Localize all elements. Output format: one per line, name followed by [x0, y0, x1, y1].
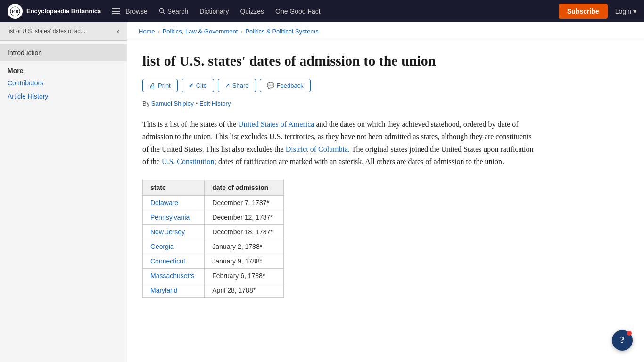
table-cell-date: January 9, 1788*	[205, 254, 284, 268]
sidebar-item-article-history[interactable]: Article History	[0, 90, 127, 103]
article-paragraph: This is a list of the states of the Unit…	[142, 118, 537, 168]
body-text-1: This is a list of the states of the	[142, 120, 238, 128]
table-row: MassachusettsFebruary 6, 1788*	[143, 268, 284, 283]
quizzes-link[interactable]: Quizzes	[240, 8, 264, 15]
navbar: EB Encyclopaedia Britannica Browse Searc…	[0, 0, 644, 22]
table-row: GeorgiaJanuary 2, 1788*	[143, 239, 284, 254]
page-container: list of U.S. states' dates of ad... ‹ In…	[0, 22, 644, 362]
britannica-logo: EB	[8, 4, 23, 19]
svg-point-2	[159, 8, 163, 12]
constitution-link[interactable]: U.S. Constitution	[162, 157, 215, 165]
share-icon: ↗	[225, 82, 230, 89]
table-cell-state[interactable]: Connecticut	[143, 254, 205, 268]
print-button[interactable]: 🖨 Print	[142, 79, 178, 92]
sidebar-item-introduction[interactable]: Introduction	[0, 44, 127, 61]
table-cell-date: February 6, 1788*	[205, 268, 284, 283]
dictionary-link[interactable]: Dictionary	[199, 8, 229, 15]
feedback-icon: 💬	[267, 82, 274, 89]
byline-author[interactable]: Samuel Shipley	[151, 100, 194, 107]
body-text-4: ; dates of ratification are marked with …	[214, 157, 504, 165]
nav-links: Browse Search Dictionary Quizzes One Goo…	[112, 8, 547, 15]
table-row: PennsylvaniaDecember 12, 1787*	[143, 210, 284, 224]
table-cell-state[interactable]: Maryland	[143, 283, 205, 297]
table-cell-state[interactable]: Massachusetts	[143, 268, 205, 283]
table-header-row: state date of admission	[143, 180, 284, 195]
byline-by: By	[142, 100, 149, 107]
sidebar-collapse-button[interactable]: ‹	[117, 27, 119, 35]
help-icon: ?	[620, 336, 625, 346]
article: list of U.S. states' dates of admission …	[127, 41, 552, 309]
login-chevron-icon: ▾	[633, 8, 636, 15]
col-header-state: state	[143, 180, 205, 195]
action-buttons: 🖨 Print ✔ Cite ↗ Share 💬 Feedback	[142, 79, 537, 92]
brand: EB Encyclopaedia Britannica	[8, 4, 101, 19]
byline-dot: •	[196, 100, 199, 107]
print-label: Print	[158, 82, 171, 89]
cite-button[interactable]: ✔ Cite	[182, 79, 214, 92]
subscribe-button[interactable]: Subscribe	[559, 4, 608, 19]
breadcrumb-politics[interactable]: Politics, Law & Government	[163, 28, 238, 35]
col-header-date: date of admission	[205, 180, 284, 195]
one-good-fact-link[interactable]: One Good Fact	[275, 8, 321, 15]
cite-label: Cite	[196, 82, 207, 89]
table-row: MarylandApril 28, 1788*	[143, 283, 284, 297]
feedback-label: Feedback	[277, 82, 304, 89]
breadcrumb-sep-1: ›	[158, 28, 160, 35]
sidebar-nav: Introduction More Contributors Article H…	[0, 41, 127, 107]
login-link[interactable]: Login ▾	[615, 8, 636, 15]
main-content: Home › Politics, Law & Government › Poli…	[127, 22, 644, 362]
breadcrumb-politics-systems[interactable]: Politics & Political Systems	[245, 28, 318, 35]
table-row: ConnecticutJanuary 9, 1788*	[143, 254, 284, 268]
print-icon: 🖨	[149, 82, 156, 89]
feedback-button[interactable]: 💬 Feedback	[260, 79, 311, 92]
brand-name: Encyclopaedia Britannica	[26, 8, 101, 15]
article-title: list of U.S. states' dates of admission …	[142, 52, 537, 69]
sidebar-article-title: list of U.S. states' dates of ad...	[8, 28, 85, 34]
table-row: New JerseyDecember 18, 1787*	[143, 224, 284, 239]
search-nav-item[interactable]: Search	[159, 8, 188, 15]
svg-text:EB: EB	[12, 8, 19, 14]
help-button[interactable]: ?	[612, 330, 633, 351]
sidebar-title-bar: list of U.S. states' dates of ad... ‹	[0, 22, 127, 41]
search-icon	[159, 8, 165, 15]
share-button[interactable]: ↗ Share	[218, 79, 256, 92]
sidebar-more-label: More	[0, 61, 127, 76]
breadcrumb-sep-2: ›	[240, 28, 242, 35]
breadcrumb: Home › Politics, Law & Government › Poli…	[127, 22, 644, 41]
states-table: state date of admission DelawareDecember…	[142, 180, 284, 298]
usa-link[interactable]: United States of America	[238, 120, 314, 128]
table-cell-state[interactable]: Georgia	[143, 239, 205, 254]
table-cell-state[interactable]: Pennsylvania	[143, 210, 205, 224]
table-cell-date: December 18, 1787*	[205, 224, 284, 239]
byline: By Samuel Shipley • Edit History	[142, 100, 537, 107]
table-cell-date: December 12, 1787*	[205, 210, 284, 224]
table-cell-state[interactable]: New Jersey	[143, 224, 205, 239]
nav-right: Subscribe Login ▾	[559, 4, 636, 19]
browse-menu[interactable]: Browse	[112, 8, 148, 15]
share-label: Share	[232, 82, 249, 89]
table-row: DelawareDecember 7, 1787*	[143, 195, 284, 210]
table-cell-date: December 7, 1787*	[205, 195, 284, 210]
dc-link[interactable]: District of Columbia	[286, 145, 348, 153]
article-body: This is a list of the states of the Unit…	[142, 118, 537, 168]
table-cell-date: January 2, 1788*	[205, 239, 284, 254]
sidebar: list of U.S. states' dates of ad... ‹ In…	[0, 22, 127, 362]
search-label: Search	[167, 8, 188, 15]
edit-history-link[interactable]: Edit History	[199, 100, 231, 107]
cite-icon: ✔	[189, 82, 194, 89]
hamburger-icon	[112, 8, 120, 14]
help-notification-dot	[627, 331, 632, 336]
svg-line-3	[163, 12, 165, 14]
table-cell-date: April 28, 1788*	[205, 283, 284, 297]
table-cell-state[interactable]: Delaware	[143, 195, 205, 210]
breadcrumb-home[interactable]: Home	[139, 28, 155, 35]
states-tbody: DelawareDecember 7, 1787*PennsylvaniaDec…	[143, 195, 284, 297]
sidebar-item-contributors[interactable]: Contributors	[0, 76, 127, 90]
login-label: Login	[615, 8, 631, 15]
browse-label: Browse	[125, 8, 148, 15]
